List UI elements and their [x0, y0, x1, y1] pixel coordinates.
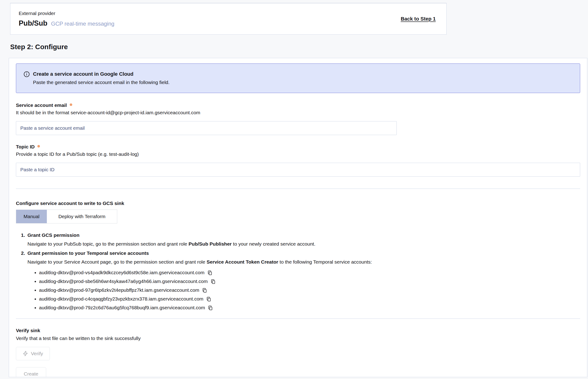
provider-name: Pub/Sub — [19, 19, 47, 28]
topic-id-helper: Provide a topic ID for a Pub/Sub topic (… — [16, 151, 580, 157]
step-body-text: Navigate to your PubSub topic, go to the… — [28, 241, 188, 247]
copy-button[interactable] — [207, 270, 213, 275]
service-account-email: auditlog-dktxv@prod-79z2c6d76au6g5fcq768… — [39, 303, 205, 312]
service-account-email: auditlog-dktxv@prod-vs4padk9dkczcey6d6st… — [39, 268, 204, 277]
role-name: Pub/Sub Publisher — [188, 241, 232, 247]
info-banner-description: Paste the generated service account emai… — [33, 79, 170, 86]
service-account-email-label: Service account email — [16, 102, 67, 108]
required-dot — [70, 103, 72, 106]
step-number: 1. — [21, 232, 28, 239]
instruction-steps: 1. Grant GCS permission Navigate to your… — [21, 232, 580, 312]
page-title: Step 2: Configure — [10, 43, 588, 51]
section-divider — [16, 189, 580, 189]
tab-manual[interactable]: Manual — [16, 210, 47, 223]
service-account-item: auditlog-dktxv@prod-c4cqaqgbfzy23vpzkbxz… — [39, 295, 580, 303]
service-account-item: auditlog-dktxv@prod-sbe56h6wr4sykaw47a6y… — [39, 277, 580, 286]
step-grant-gcs-permission: 1. Grant GCS permission Navigate to your… — [21, 232, 580, 247]
section-divider — [16, 318, 580, 319]
verify-sink-description: Verify that a test file can be written t… — [16, 335, 580, 342]
step-title: Grant GCS permission — [28, 232, 79, 239]
topic-id-input[interactable] — [16, 163, 580, 176]
step-number: 2. — [21, 250, 28, 257]
step-body-text: to your newly created service account. — [232, 241, 315, 247]
provider-info: External provider Pub/Sub GCP real-time … — [19, 10, 114, 28]
sink-config-title: Configure service account to write to GC… — [16, 200, 580, 206]
verify-sink-title: Verify sink — [16, 327, 580, 334]
create-button-label: Create — [24, 371, 38, 377]
copy-button[interactable] — [202, 288, 207, 293]
role-name: Service Account Token Creator — [207, 259, 278, 265]
copy-button[interactable] — [206, 296, 211, 302]
create-button[interactable]: Create — [16, 367, 46, 377]
step-title: Grant permission to your Temporal servic… — [28, 250, 149, 257]
lightning-icon — [23, 351, 28, 356]
service-account-item: auditlog-dktxv@prod-vs4padk9dkczcey6d6st… — [39, 268, 580, 277]
copy-icon — [210, 279, 216, 284]
verify-button-label: Verify — [31, 351, 43, 356]
provider-eyebrow: External provider — [19, 10, 114, 16]
service-account-email-group: Service account email It should be in th… — [16, 102, 580, 135]
step-body-text: to the following Temporal service accoun… — [278, 259, 372, 265]
copy-icon — [202, 288, 207, 293]
tab-deploy-terraform[interactable]: Deploy with Terraform — [47, 210, 117, 223]
configure-card: Create a service account in Google Cloud… — [9, 58, 587, 377]
step-body: Navigate to your Service Account page, g… — [28, 258, 580, 266]
copy-icon — [206, 296, 211, 302]
copy-button[interactable] — [208, 305, 213, 310]
info-banner-title: Create a service account in Google Cloud — [33, 71, 170, 78]
info-icon — [24, 71, 30, 77]
step-body: Navigate to your PubSub topic, go to the… — [28, 240, 580, 247]
verify-button[interactable]: Verify — [16, 347, 50, 360]
service-account-item: auditlog-dktxv@prod-79z2c6d76au6g5fcq768… — [39, 303, 580, 312]
step-grant-temporal-permission: 2. Grant permission to your Temporal ser… — [21, 250, 580, 312]
step-body-text: Navigate to your Service Account page, g… — [28, 259, 207, 265]
service-account-email-helper: It should be in the format service-accou… — [16, 110, 580, 116]
provider-header-card: External provider Pub/Sub GCP real-time … — [10, 3, 447, 35]
service-account-email: auditlog-dktxv@prod-sbe56h6wr4sykaw47a6y… — [39, 277, 208, 286]
topic-id-group: Topic ID Provide a topic ID for a Pub/Su… — [16, 144, 580, 176]
copy-button[interactable] — [210, 279, 216, 284]
service-account-email: auditlog-dktxv@prod-c4cqaqgbfzy23vpzkbxz… — [39, 295, 203, 303]
back-to-step1-link[interactable]: Back to Step 1 — [401, 16, 436, 22]
provider-subtitle: GCP real-time messaging — [51, 20, 114, 27]
service-account-email: auditlog-dktxv@prod-97gr6tp6zkv2t4epubff… — [39, 286, 199, 295]
sink-config-tabs: Manual Deploy with Terraform — [16, 210, 117, 223]
service-account-list: auditlog-dktxv@prod-vs4padk9dkczcey6d6st… — [39, 268, 580, 312]
required-dot — [37, 145, 40, 147]
topic-id-label: Topic ID — [16, 144, 35, 150]
service-account-item: auditlog-dktxv@prod-97gr6tp6zkv2t4epubff… — [39, 286, 580, 295]
copy-icon — [208, 305, 213, 310]
service-account-email-input[interactable] — [16, 121, 397, 135]
copy-icon — [207, 270, 213, 275]
info-banner: Create a service account in Google Cloud… — [16, 63, 580, 93]
